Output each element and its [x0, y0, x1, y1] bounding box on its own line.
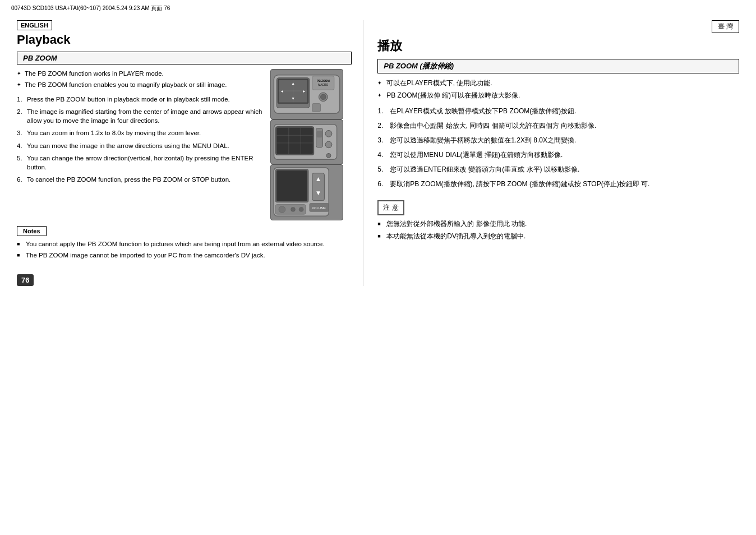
cn-step-item: 2. 影像會由中心點開 始放大, 同時四 個箭可以允許在四個方 向移動影像. [377, 121, 739, 131]
svg-text:►: ► [302, 89, 306, 93]
cn-step-item: 1. 在PLAYER模式或 放映暫停模式按下PB ZOOM(播放伸縮)按鈕. [377, 106, 739, 116]
page-number-badge: 76 [17, 274, 34, 286]
taiwan-label-box: 臺 灣 [712, 20, 739, 33]
notes-item: The PB ZOOM image cannot be imported to … [17, 251, 352, 260]
pb-zoom-heading-en: PB ZOOM [17, 52, 352, 64]
en-step-item: 1. Press the PB ZOOM button in playback … [17, 95, 352, 104]
cn-step-item: 6. 要取消PB ZOOM(播放伸縮), 請按下PB ZOOM (播放伸縮)鍵或… [377, 179, 739, 189]
en-step-item: 3. You can zoom in from 1.2x to 8.0x by … [17, 128, 352, 137]
section-title-cn: 播放 [377, 38, 739, 54]
cn-step-item: 4. 您可以使用MENU DIAL(選單選 擇鈕)在箭頭方向移動影像. [377, 150, 739, 160]
svg-text:◄: ◄ [280, 89, 284, 93]
svg-text:VOLUME: VOLUME [312, 206, 326, 210]
page-container: 00743D SCD103 USA+TAI(60~107) 2004.5.24 … [0, 0, 756, 535]
cn-step-item: 5. 您可以透過ENTER鈕來改 變箭頭方向(垂直或 水平) 以移動影像. [377, 164, 739, 174]
cn-notes-label: 注 意 [383, 204, 398, 211]
svg-point-37 [279, 206, 285, 213]
svg-point-38 [291, 207, 296, 211]
en-step-item: 5. You can change the arrow direction(ve… [17, 154, 352, 172]
english-label-box: ENGLISH [17, 20, 52, 30]
right-title-area: 臺 灣 [377, 20, 739, 35]
notes-list: You cannot apply the PB ZOOM function to… [17, 239, 352, 260]
en-bullet-item: The PB ZOOM function enables you to magn… [17, 80, 352, 89]
header-text: 00743D SCD103 USA+TAI(60~107) 2004.5.24 … [11, 5, 170, 11]
section-title-en: Playback [17, 33, 352, 47]
notes-label: Notes [23, 228, 40, 234]
cn-bullet-item: PB ZOOM(播放伸 縮)可以在播放時放大影像. [377, 90, 739, 100]
en-bullet-item: The PB ZOOM function works in PLAYER mod… [17, 69, 352, 78]
cn-bullet-item: 可以在PLAYER模式下, 使用此功能. [377, 78, 739, 88]
notes-item: You cannot apply the PB ZOOM function to… [17, 239, 352, 248]
svg-point-39 [299, 207, 304, 211]
en-step-item: 2. The image is magnified starting from … [17, 107, 352, 125]
en-step-item: 4. You can move the image in the arrow d… [17, 141, 352, 150]
camera-image-3: ▲ ▼ VOLUME [270, 164, 343, 220]
right-column: 臺 灣 播放 PB ZOOM (播放伸縮) 可以在PLAYER模式下, 使用此功… [363, 20, 739, 286]
main-content: ENGLISH Playback PB ZOOM [0, 15, 756, 292]
cn-bullet-list: 可以在PLAYER模式下, 使用此功能. PB ZOOM(播放伸 縮)可以在播放… [377, 78, 739, 100]
notes-label-box: Notes [17, 226, 47, 236]
cn-step-item: 3. 您可以透過移動變焦手柄將放大的數值在1.2X到 8.0X之間變換. [377, 135, 739, 145]
pb-zoom-heading-cn: PB ZOOM (播放伸縮) [377, 59, 739, 73]
cn-steps-list: 1. 在PLAYER模式或 放映暫停模式按下PB ZOOM(播放伸縮)按鈕. 2… [377, 106, 739, 189]
cn-notes-list: 您無法對從外部機器所輸入的 影像使用此 功能. 本功能無法從本機的DV插孔導入到… [377, 219, 739, 241]
cn-notes-item: 本功能無法從本機的DV插孔導入到您的電腦中. [377, 231, 739, 241]
left-text-images-area: ▲ ▼ ◄ ► PB ZOOM MACRO [17, 69, 352, 220]
left-column: ENGLISH Playback PB ZOOM [17, 20, 363, 286]
header-bar: 00743D SCD103 USA+TAI(60~107) 2004.5.24 … [0, 0, 756, 15]
cn-notes-item: 您無法對從外部機器所輸入的 影像使用此 功能. [377, 219, 739, 229]
en-step-item: 6. To cancel the PB ZOOM function, press… [17, 175, 352, 184]
svg-text:▼: ▼ [315, 189, 322, 196]
cn-notes-label-box: 注 意 [377, 200, 404, 215]
